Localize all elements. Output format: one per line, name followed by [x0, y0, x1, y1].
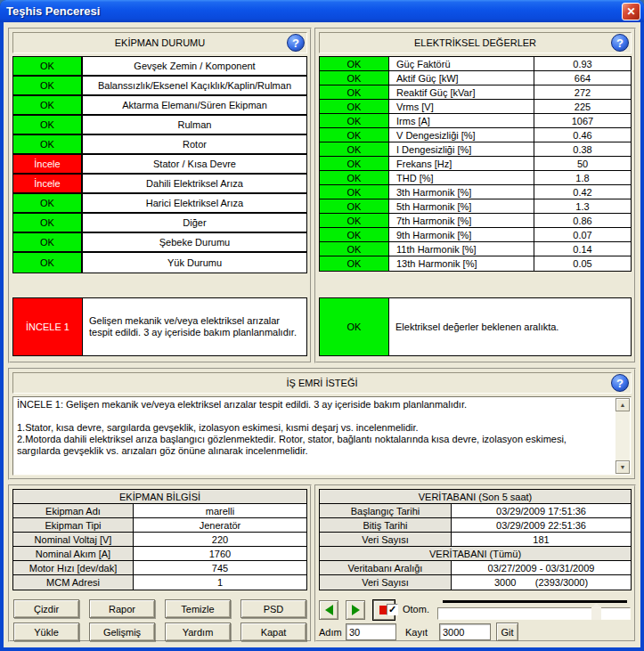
- label-cell: Vrms [V]: [389, 100, 534, 113]
- status-cell: OK: [320, 228, 389, 241]
- slider-channel[interactable]: [437, 607, 631, 620]
- button-gelişmiş[interactable]: Gelişmiş: [89, 623, 155, 641]
- equipment-status-header: EKİPMAN DURUMU ?: [12, 32, 307, 53]
- database-row: Bitiş Tarihi03/29/2009 22:51:36: [320, 518, 631, 533]
- summary-text: Elektriksel değerler beklenen aralıkta.: [389, 298, 631, 355]
- equipment-status-row: OKRotor: [13, 135, 306, 155]
- status-cell: İncele: [13, 155, 83, 173]
- label-cell: Frekans [Hz]: [389, 157, 534, 170]
- equipment-status-row: OKGevşek Zemin / Komponent: [13, 57, 306, 77]
- status-cell: OK: [320, 114, 389, 127]
- electrical-values-table: OKGüç Faktörü0.93OKAktif Güç [kW]664OKRe…: [319, 56, 632, 272]
- equipment-status-row: OKHarici Elektriksel Arıza: [13, 194, 306, 214]
- info-label: Nominal Akım [A]: [13, 547, 134, 560]
- step-back-button[interactable]: [319, 600, 338, 620]
- value-cell: 272: [534, 85, 631, 99]
- value-cell: 225: [534, 100, 631, 113]
- db-value: 181: [452, 533, 631, 546]
- database-row: Veri Sayısı3000 (2393/3000): [320, 575, 631, 590]
- button-kapat[interactable]: Kapat: [240, 623, 306, 641]
- db-value: 3000 (2393/3000): [452, 575, 631, 590]
- button-rapor[interactable]: Rapor: [89, 599, 155, 618]
- button-psd[interactable]: PSD: [240, 599, 306, 618]
- value-cell: 0.42: [534, 185, 631, 199]
- status-cell: OK: [13, 233, 83, 251]
- step-input[interactable]: [346, 623, 396, 640]
- electrical-value-row: OK7th Harmonik [%]0.86: [320, 214, 631, 228]
- status-cell: OK: [13, 194, 83, 212]
- label-cell: Rulman: [83, 116, 306, 134]
- db-label: Veritabanı Aralığı: [320, 561, 452, 574]
- electrical-values-summary: OK Elektriksel değerler beklenen aralıkt…: [319, 297, 632, 356]
- equipment-status-row: OKBalanssızlık/Eksenel Kaçıklık/Kaplin/R…: [13, 77, 306, 96]
- info-label: Ekipman Adı: [13, 504, 134, 517]
- scrollbar[interactable]: ▲ ▼: [615, 398, 630, 474]
- record-input[interactable]: [439, 623, 491, 640]
- equipment-info-row: Motor Hızı [dev/dak]745: [13, 561, 306, 575]
- equipment-status-row: OKAktarma Elemanı/Süren Ekipman: [13, 96, 306, 116]
- help-icon[interactable]: ?: [611, 374, 629, 392]
- button-yardım[interactable]: Yardım: [165, 623, 231, 641]
- value-cell: 0.93: [534, 57, 631, 70]
- right-triangle-icon: [352, 605, 360, 615]
- equipment-status-row: İnceleDahili Elektriksel Arıza: [13, 175, 306, 194]
- db-label: Veri Sayısı: [320, 575, 452, 590]
- button-row-2: YükleGelişmişYardımKapat: [13, 623, 306, 641]
- equipment-status-summary: İNCELE 1 Gelişen mekanik ve/veya elektri…: [12, 297, 307, 356]
- value-cell: 0.46: [534, 128, 631, 142]
- equipment-info-table: EKİPMAN BİLGİSİEkipman AdımarelliEkipman…: [12, 489, 307, 590]
- db-label: Veri Sayısı: [320, 533, 452, 546]
- button-temizle[interactable]: Temizle: [165, 599, 231, 618]
- auto-checkbox[interactable]: ✓: [387, 604, 398, 615]
- database-row: Veri Sayısı181: [320, 533, 631, 547]
- database-row: Veritabanı Aralığı03/27/2009 - 03/31/200…: [320, 561, 631, 575]
- step-forward-button[interactable]: [346, 600, 365, 620]
- status-cell: OK: [13, 135, 83, 153]
- help-icon[interactable]: ?: [287, 34, 305, 52]
- help-icon[interactable]: ?: [611, 34, 629, 52]
- equipment-status-row: OKRulman: [13, 116, 306, 135]
- button-yükle[interactable]: Yükle: [13, 623, 79, 641]
- title-bar: Teşhis Penceresi ✕: [0, 0, 644, 22]
- status-cell: OK: [320, 128, 389, 142]
- close-icon[interactable]: ✕: [622, 3, 640, 20]
- status-cell: OK: [13, 96, 83, 114]
- scroll-up-icon[interactable]: ▲: [615, 398, 630, 411]
- equipment-info-row: Nominal Akım [A]1760: [13, 547, 306, 561]
- info-label: MCM Adresi: [13, 575, 134, 590]
- label-cell: Şebeke Durumu: [83, 233, 306, 251]
- go-button[interactable]: Git: [496, 623, 518, 641]
- work-order-header: İŞ EMRİ İSTEĞİ ?: [12, 372, 632, 394]
- value-cell: 1.3: [534, 199, 631, 213]
- db-label: Bitiş Tarihi: [320, 518, 452, 532]
- electrical-value-row: OKAktif Güç [kW]664: [320, 71, 631, 85]
- work-order-textarea[interactable]: İNCELE 1: Gelişen mekanik ve/veya elektr…: [12, 396, 632, 476]
- summary-status-badge: OK: [320, 298, 389, 355]
- status-cell: OK: [320, 85, 389, 99]
- electrical-value-row: OK13th Harmonik [%]0.05: [320, 256, 631, 271]
- button-çizdir[interactable]: Çizdir: [13, 599, 79, 618]
- status-cell: OK: [320, 142, 389, 156]
- diagnosis-window: Teşhis Penceresi ✕ EKİPMAN DURUMU ? OKGe…: [0, 0, 644, 651]
- label-cell: 3th Harmonik [%]: [389, 185, 534, 199]
- status-cell: OK: [320, 57, 389, 70]
- equipment-status-row: İnceleStator / Kısa Devre: [13, 155, 306, 175]
- equipment-info-title: EKİPMAN BİLGİSİ: [13, 490, 306, 504]
- info-value: 745: [134, 561, 306, 574]
- label-cell: Güç Faktörü: [389, 57, 534, 70]
- value-cell: 0.14: [534, 242, 631, 256]
- status-cell: OK: [320, 214, 389, 227]
- summary-status-badge: İNCELE 1: [13, 298, 83, 355]
- label-cell: THD [%]: [389, 171, 534, 184]
- label-cell: 11th Harmonik [%]: [389, 242, 534, 256]
- record-slider[interactable]: [437, 599, 631, 623]
- label-cell: Irms [A]: [389, 114, 534, 127]
- electrical-values-panel: ELEKTRİKSEL DEĞERLER ? OKGüç Faktörü0.93…: [314, 28, 636, 363]
- electrical-value-row: OKI Dengesizliği [%]0.38: [320, 142, 631, 157]
- slider-thumb[interactable]: [591, 603, 601, 620]
- equipment-status-row: OKYük Durumu: [13, 253, 306, 273]
- button-row-1: ÇizdirRaporTemizlePSD: [13, 599, 306, 618]
- label-cell: Harici Elektriksel Arıza: [83, 194, 306, 212]
- scroll-down-icon[interactable]: ▼: [615, 460, 630, 474]
- equipment-status-row: OKDiğer: [13, 214, 306, 233]
